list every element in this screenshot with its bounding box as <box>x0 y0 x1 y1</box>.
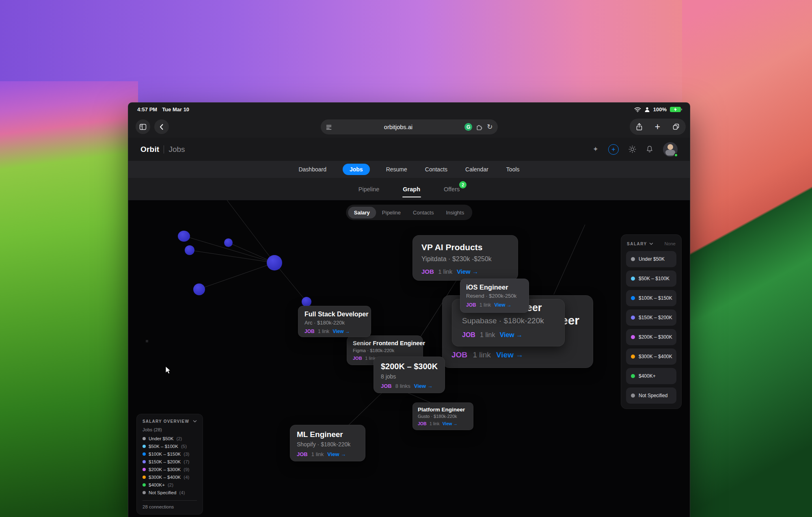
job-type-badge: JOB <box>353 356 362 361</box>
tab-dashboard[interactable]: Dashboard <box>297 164 328 175</box>
tab-overview-icon[interactable] <box>672 123 680 130</box>
brand-divider <box>164 145 164 154</box>
clock-time: 4:57 PM <box>137 106 157 112</box>
tab-jobs[interactable]: Jobs <box>343 164 370 175</box>
job-card-ios-engineer[interactable]: iOS Engineer Resend · $200k-250k JOB 1 l… <box>460 279 529 313</box>
salary-dot <box>143 452 146 456</box>
job-subtitle: Gusto · $180k-220k <box>418 414 468 419</box>
graph-canvas[interactable]: Salary Pipeline Contacts Insights eer JO… <box>128 200 690 517</box>
tab-tools[interactable]: Tools <box>505 164 521 175</box>
job-card-ml-engineer[interactable]: ML Engineer Shopify · $180k-220k JOB 1 l… <box>290 425 365 461</box>
notifications-bell-icon[interactable] <box>646 145 653 153</box>
subtab-offers[interactable]: Offers 2 <box>444 178 460 200</box>
view-link[interactable]: View → <box>333 329 350 334</box>
overview-row: $300K – $400K (4) <box>143 473 197 481</box>
reader-icon[interactable] <box>326 124 332 130</box>
graph-node-hub[interactable] <box>267 255 282 270</box>
salary-legend-panel: SALARY None Under $50K $50K – $100K $100… <box>621 234 682 409</box>
offers-count-badge: 2 <box>459 181 466 188</box>
salary-dot <box>143 476 146 479</box>
sparkle-ai-icon[interactable]: ✦ <box>593 145 598 154</box>
job-type-badge: JOB <box>381 383 392 389</box>
legend-item[interactable]: Under $50K <box>626 251 676 267</box>
legend-mode-dropdown[interactable]: SALARY <box>627 242 653 246</box>
view-link[interactable]: View → <box>500 331 523 339</box>
view-link[interactable]: View → <box>494 302 511 308</box>
job-card-platform-engineer[interactable]: Platform Engineer Gusto · $180k-220k JOB… <box>412 402 473 430</box>
graph-node[interactable] <box>224 238 233 247</box>
sidebar-toggle-button[interactable] <box>136 119 150 134</box>
salary-dot <box>631 296 635 300</box>
salary-dot <box>631 335 635 339</box>
legend-item[interactable]: Not Specified <box>626 387 676 404</box>
salary-dot <box>143 437 146 440</box>
tab-contacts[interactable]: Contacts <box>423 164 449 175</box>
subtab-graph[interactable]: Graph <box>403 178 420 200</box>
job-type-badge: JOB <box>451 350 467 359</box>
add-button[interactable]: + <box>608 144 619 155</box>
job-links: 1 link <box>479 302 491 308</box>
tab-calendar[interactable]: Calendar <box>464 164 490 175</box>
tab-resume[interactable]: Resume <box>384 164 409 175</box>
graph-node[interactable] <box>178 231 190 242</box>
legend-item[interactable]: $400K+ <box>626 368 676 384</box>
salary-overview-panel: SALARY OVERVIEW Jobs (28) Under $50K (2)… <box>136 414 203 515</box>
extension-puzzle-icon[interactable] <box>476 123 483 130</box>
subtab-pipeline[interactable]: Pipeline <box>358 178 380 200</box>
overview-list: Under $50K (2) $50K – $100K (5) $100K – … <box>143 435 197 496</box>
render-artifact <box>146 340 148 342</box>
connections-count: 28 connections <box>143 504 197 509</box>
jobs-subnav: Pipeline Graph Offers 2 <box>128 178 690 200</box>
overview-row: $150K – $200K (7) <box>143 458 197 465</box>
legend-item[interactable]: $100K – $150K <box>626 290 676 306</box>
job-card-full-stack-developer[interactable]: Full Stack Developer Arc · $180k-220k JO… <box>298 306 371 337</box>
view-link[interactable]: View → <box>327 451 346 457</box>
filter-contacts[interactable]: Contacts <box>407 207 440 218</box>
battery-charging-icon <box>670 107 681 112</box>
job-subtitle: Yipitdata · $230k -$250k <box>421 255 509 263</box>
device-status-bar: 4:57 PM Tue Mar 10 100% <box>128 103 690 116</box>
app-logo[interactable]: Orbit Jobs <box>140 145 185 154</box>
filter-salary[interactable]: Salary <box>348 207 376 218</box>
mouse-cursor <box>165 366 173 375</box>
app-header: Orbit Jobs ✦ + <box>128 138 690 161</box>
job-type-badge: JOB <box>418 421 427 426</box>
view-link[interactable]: View → <box>414 383 433 389</box>
job-title: ML Engineer <box>297 430 358 439</box>
legend-item[interactable]: $150K – $200K <box>626 309 676 326</box>
overview-title: SALARY OVERVIEW <box>143 419 189 424</box>
salary-cluster-card[interactable]: $200K – $300K 8 jobs JOB 8 links View → <box>374 357 445 393</box>
filter-pipeline[interactable]: Pipeline <box>376 207 407 218</box>
reload-icon[interactable]: ↻ <box>487 123 492 131</box>
avatar[interactable] <box>663 142 678 157</box>
url-text[interactable]: orbitjobs.ai <box>332 124 465 130</box>
theme-sun-icon[interactable] <box>628 145 636 153</box>
jobs-total: Jobs (28) <box>143 427 197 432</box>
legend-item[interactable]: $50K – $100K <box>626 270 676 287</box>
salary-dot <box>143 468 146 471</box>
job-card-vp-ai-products[interactable]: VP AI Products Yipitdata · $230k -$250k … <box>412 235 518 281</box>
back-button[interactable] <box>154 119 169 134</box>
job-links: 1 link <box>480 331 495 339</box>
online-status-dot <box>674 153 678 157</box>
job-subtitle: Shopify · $180k-220k <box>297 441 358 448</box>
legend-none-button[interactable]: None <box>665 241 676 246</box>
salary-dot <box>143 460 146 463</box>
graph-node[interactable] <box>185 245 194 255</box>
address-bar[interactable]: orbitjobs.ai G ↻ <box>321 119 498 134</box>
share-icon[interactable] <box>636 123 643 131</box>
job-subtitle: Arc · $180k-220k <box>304 320 365 326</box>
new-tab-icon[interactable]: + <box>655 122 660 132</box>
salary-dot <box>143 491 146 494</box>
graph-node[interactable] <box>302 297 311 307</box>
filter-insights[interactable]: Insights <box>440 207 470 218</box>
legend-item[interactable]: $300K – $400K <box>626 348 676 365</box>
view-link[interactable]: View → <box>457 268 478 275</box>
grammarly-extension-icon[interactable]: G <box>464 123 472 131</box>
graph-node[interactable] <box>193 283 205 295</box>
job-links: 1 link <box>438 268 452 275</box>
legend-item[interactable]: $200K – $300K <box>626 329 676 345</box>
view-link[interactable]: View → <box>496 350 523 359</box>
view-link[interactable]: View → <box>443 421 458 426</box>
collapse-chevron-icon[interactable] <box>193 420 197 423</box>
